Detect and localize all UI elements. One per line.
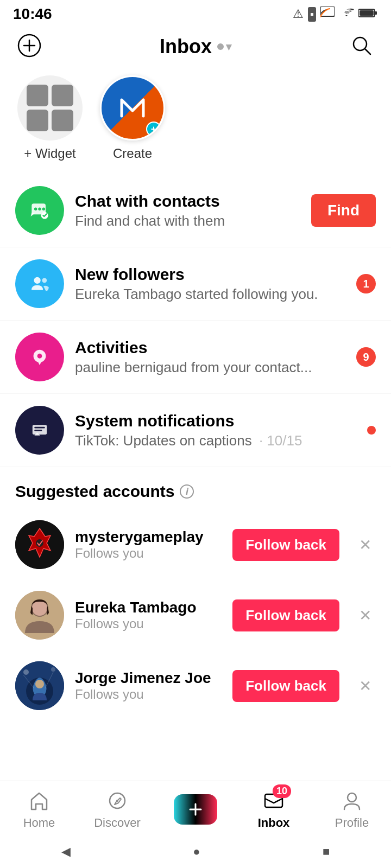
followers-right: 1 <box>356 274 376 293</box>
notif-row-chat[interactable]: Chat with contacts Find and chat with th… <box>0 174 391 247</box>
svg-point-27 <box>35 680 44 688</box>
svg-point-31 <box>348 793 356 802</box>
close-mystery[interactable]: ✕ <box>355 532 376 558</box>
activities-subtitle: pauline bernigaud from your contact... <box>75 359 345 376</box>
chat-subtitle: Find and chat with them <box>75 213 300 229</box>
activities-badge: 9 <box>356 347 376 367</box>
followers-title: New followers <box>75 265 345 284</box>
jorge-info: Jorge Jimenez Joe Follows you <box>75 669 222 702</box>
chat-title: Chat with contacts <box>75 192 300 210</box>
inbox-dropdown[interactable]: ▾ <box>217 40 231 53</box>
system-icon <box>15 406 64 455</box>
widget-action[interactable]: + Widget <box>17 75 83 161</box>
close-jorge[interactable]: ✕ <box>355 673 376 699</box>
svg-point-19 <box>35 539 44 547</box>
create-action[interactable]: + Create <box>100 75 165 161</box>
avatar-jorge <box>15 661 64 710</box>
activities-right: 9 <box>356 347 376 367</box>
svg-point-25 <box>23 669 29 675</box>
suggested-row-eureka[interactable]: Eureka Tambago Follows you Follow back ✕ <box>0 580 391 650</box>
jorge-name: Jorge Jimenez Joe <box>75 669 222 687</box>
suggested-title: Suggested accounts <box>15 482 174 501</box>
bottom-nav: Home Discover 10 Inbox <box>0 781 391 835</box>
plus-button[interactable] <box>174 794 217 825</box>
follow-back-eureka[interactable]: Follow back <box>232 599 339 631</box>
activities-content: Activities pauline bernigaud from your c… <box>75 339 345 376</box>
nav-plus[interactable] <box>168 794 223 825</box>
inbox-label: Inbox <box>258 816 290 830</box>
system-title: System notifications <box>75 412 356 430</box>
quick-actions: + Widget + Create <box>0 70 391 174</box>
notif-row-system[interactable]: System notifications TikTok: Updates on … <box>0 394 391 467</box>
avatar-eureka <box>15 591 64 640</box>
search-button[interactable] <box>348 31 376 61</box>
mystery-name: mysterygameplay <box>75 528 222 546</box>
followers-content: New followers Eureka Tambago started fol… <box>75 265 345 303</box>
svg-point-14 <box>37 354 42 359</box>
inbox-badge: 10 <box>273 784 291 798</box>
followers-subtitle: Eureka Tambago started following you. <box>75 286 345 303</box>
eureka-name: Eureka Tambago <box>75 599 222 616</box>
mystery-info: mysterygameplay Follows you <box>75 528 222 561</box>
svg-point-22 <box>32 601 47 616</box>
jorge-follows: Follows you <box>75 687 222 702</box>
svg-point-13 <box>42 278 47 283</box>
battery-icon <box>358 7 378 21</box>
grid-cell-4 <box>52 110 73 131</box>
create-plus-badge: + <box>146 122 161 137</box>
chat-content: Chat with contacts Find and chat with th… <box>75 192 300 229</box>
suggested-row-jorge[interactable]: Jorge Jimenez Joe Follows you Follow bac… <box>0 650 391 721</box>
chat-icon <box>15 186 64 235</box>
widget-icon <box>17 75 83 141</box>
cast-icon <box>320 7 335 22</box>
add-button[interactable] <box>15 31 43 61</box>
info-icon[interactable]: i <box>180 484 194 499</box>
suggested-row-mystery[interactable]: mysterygameplay Follows you Follow back … <box>0 509 391 580</box>
svg-rect-4 <box>360 10 374 16</box>
follow-back-jorge[interactable]: Follow back <box>232 670 339 702</box>
android-nav-bar: ◀ ● ■ <box>0 835 391 868</box>
nav-home[interactable]: Home <box>12 789 66 830</box>
nav-profile[interactable]: Profile <box>325 789 379 830</box>
notification-section: Chat with contacts Find and chat with th… <box>0 174 391 467</box>
mystery-follows: Follows you <box>75 546 222 561</box>
status-time: 10:46 <box>13 5 52 23</box>
notif-row-followers[interactable]: New followers Eureka Tambago started fol… <box>0 247 391 321</box>
svg-point-10 <box>42 208 45 211</box>
system-right <box>367 426 376 435</box>
svg-point-26 <box>51 667 55 672</box>
system-dot <box>367 426 376 435</box>
android-home[interactable]: ● <box>193 845 200 859</box>
system-subtitle: TikTok: Updates on captions · 10/15 <box>75 432 356 449</box>
svg-rect-3 <box>375 11 377 15</box>
grid-cell-1 <box>27 85 48 106</box>
svg-point-9 <box>38 208 41 211</box>
nav-discover[interactable]: Discover <box>90 789 144 830</box>
grid-cell-2 <box>52 85 73 106</box>
discover-label: Discover <box>94 816 141 830</box>
alert-icon: ⚠ <box>293 7 304 21</box>
suggested-header: Suggested accounts i <box>0 467 391 509</box>
android-back[interactable]: ◀ <box>61 845 71 859</box>
avatar-mystery <box>15 520 64 569</box>
profile-icon <box>340 789 364 813</box>
home-label: Home <box>23 816 55 830</box>
follow-back-mystery[interactable]: Follow back <box>232 529 339 561</box>
notif-row-activities[interactable]: Activities pauline bernigaud from your c… <box>0 321 391 394</box>
status-bar: 10:46 ⚠ ▪ <box>0 0 391 26</box>
find-button[interactable]: Find <box>311 194 376 227</box>
inbox-icon: 10 <box>262 789 286 813</box>
widget-grid <box>22 80 78 136</box>
system-content: System notifications TikTok: Updates on … <box>75 412 356 449</box>
svg-rect-15 <box>33 425 47 435</box>
svg-rect-16 <box>34 427 45 429</box>
profile-label: Profile <box>335 816 369 830</box>
close-eureka[interactable]: ✕ <box>355 602 376 629</box>
create-label: Create <box>113 146 152 161</box>
nav-inbox[interactable]: 10 Inbox <box>247 789 301 830</box>
eureka-follows: Follows you <box>75 616 222 631</box>
square-icon: ▪ <box>308 7 316 22</box>
svg-point-29 <box>116 800 118 802</box>
android-recent[interactable]: ■ <box>323 845 330 859</box>
create-icon: + <box>100 75 165 141</box>
